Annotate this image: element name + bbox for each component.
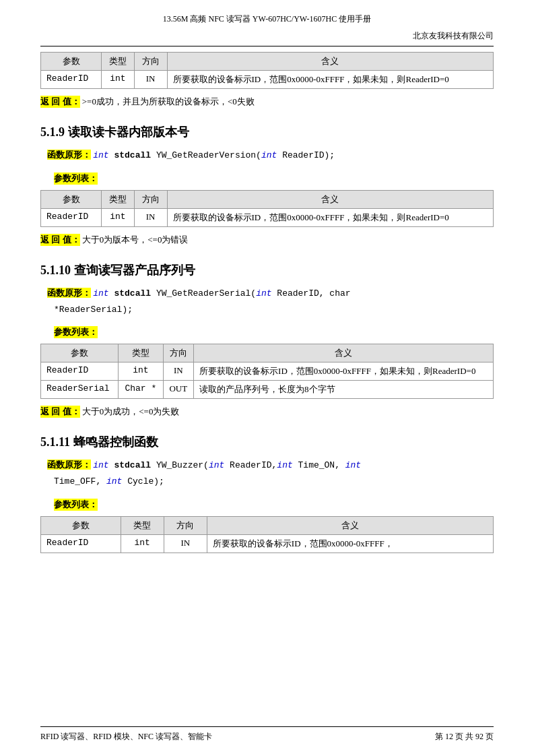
col-519-type: 类型 <box>102 190 135 208</box>
col-519-dir: 方向 <box>134 190 167 208</box>
section-title-519: 5.1.9 读取读卡器内部版本号 <box>40 124 494 140</box>
cell-type: int <box>102 71 135 89</box>
func-prototype-5110: 函数原形： int stdcall YW_GetReaderSerial(int… <box>47 286 494 301</box>
table-row: ReaderID int IN 所要获取的设备标示ID，范围0x0000-0xF… <box>41 71 494 89</box>
col-header-meaning: 含义 <box>167 53 494 71</box>
cell-dir: IN <box>134 208 167 226</box>
col-5111-param: 参数 <box>41 516 121 534</box>
col-5110-meaning: 含义 <box>194 344 494 363</box>
col-5111-dir: 方向 <box>164 516 207 534</box>
cell-dir: IN <box>164 534 207 553</box>
page-footer: RFID 读写器、RFID 模块、NFC 读写器、智能卡 第 12 页 共 92… <box>40 726 494 743</box>
col-519-param: 参数 <box>41 190 102 208</box>
col-header-type: 类型 <box>102 53 135 71</box>
page-header: 13.56M 高频 NFC 读写器 YW-607HC/YW-1607HC 使用手… <box>40 13 494 28</box>
cell-dir: IN <box>163 363 194 381</box>
col-5111-meaning: 含义 <box>207 516 493 534</box>
col-5110-param: 参数 <box>41 344 119 363</box>
footer-right: 第 12 页 共 92 页 <box>435 731 494 743</box>
return-5110: 返 回 值： 大于0为成功，<=0为失败 <box>40 402 494 422</box>
func-block-5110: 函数原形： int stdcall YW_GetReaderSerial(int… <box>40 286 494 317</box>
company-name: 北京友我科技有限公司 <box>40 30 494 42</box>
return-519: 返 回 值： 大于0为版本号，<=0为错误 <box>40 230 494 250</box>
header-title: 13.56M 高频 NFC 读写器 YW-607HC/YW-1607HC 使用手… <box>163 14 371 24</box>
cell-meaning: 所要获取的设备标示ID，范围0x0000-0xFFFF，如果未知，则Reader… <box>167 208 494 226</box>
params-label-519: 参数列表： <box>47 168 494 187</box>
func-prototype-519: 函数原形： int stdcall YW_GetReaderVersion(in… <box>47 148 494 163</box>
cell-meaning: 所要获取的设备标示ID，范围0x0000-0xFFFF， <box>207 534 493 553</box>
table-row: ReaderID int IN 所要获取的设备标示ID，范围0x0000-0xF… <box>41 534 494 553</box>
table-519: 参数 类型 方向 含义 ReaderID int IN 所要获取的设备标示ID，… <box>40 190 494 227</box>
return-value-top: 返 回 值： >=0成功，并且为所获取的设备标示，<0失败 <box>40 92 494 112</box>
cell-type: int <box>102 208 135 226</box>
cell-param: ReaderSerial <box>41 381 119 399</box>
func-prototype-5111-2: Time_OFF, int Cycle); <box>47 474 494 489</box>
col-5110-dir: 方向 <box>163 344 194 363</box>
func-block-5111: 函数原形： int stdcall YW_Buzzer(int ReaderID… <box>40 458 494 489</box>
cell-type: int <box>121 534 164 553</box>
cell-type: int <box>119 363 163 381</box>
params-label-5110: 参数列表： <box>47 322 494 341</box>
col-5111-type: 类型 <box>121 516 164 534</box>
cell-param: ReaderID <box>41 208 102 226</box>
cell-meaning: 读取的产品序列号，长度为8个字节 <box>194 381 494 399</box>
section-title-5110: 5.1.10 查询读写器产品序列号 <box>40 262 494 278</box>
cell-param: ReaderID <box>41 71 102 89</box>
table-row: ReaderSerial Char * OUT 读取的产品序列号，长度为8个字节 <box>41 381 494 399</box>
table-row: ReaderID int IN 所要获取的设备标示ID，范围0x0000-0xF… <box>41 363 494 381</box>
cell-param: ReaderID <box>41 534 121 553</box>
col-header-dir: 方向 <box>134 53 167 71</box>
cell-dir: IN <box>134 71 167 89</box>
func-prototype-5110-2: *ReaderSerial); <box>47 303 494 317</box>
col-5110-type: 类型 <box>119 344 163 363</box>
col-519-meaning: 含义 <box>167 190 494 208</box>
section-title-5111: 5.1.11 蜂鸣器控制函数 <box>40 434 494 450</box>
header-divider <box>40 46 494 46</box>
table-row: ReaderID int IN 所要获取的设备标示ID，范围0x0000-0xF… <box>41 208 494 226</box>
table-5111: 参数 类型 方向 含义 ReaderID int IN 所要获取的设备标示ID，… <box>40 516 494 553</box>
table-5110: 参数 类型 方向 含义 ReaderID int IN 所要获取的设备标示ID，… <box>40 344 494 399</box>
func-prototype-5111: 函数原形： int stdcall YW_Buzzer(int ReaderID… <box>47 458 494 473</box>
func-block-519: 函数原形： int stdcall YW_GetReaderVersion(in… <box>40 148 494 163</box>
col-header-param: 参数 <box>41 53 102 71</box>
page: 13.56M 高频 NFC 读写器 YW-607HC/YW-1607HC 使用手… <box>0 0 534 756</box>
footer-left: RFID 读写器、RFID 模块、NFC 读写器、智能卡 <box>40 731 212 743</box>
params-label-5111: 参数列表： <box>47 495 494 513</box>
cell-dir: OUT <box>163 381 194 399</box>
cell-meaning: 所要获取的设备标示ID，范围0x0000-0xFFFF，如果未知，则Reader… <box>194 363 494 381</box>
cell-type: Char * <box>119 381 163 399</box>
cell-meaning: 所要获取的设备标示ID，范围0x0000-0xFFFF，如果未知，则Reader… <box>167 71 494 89</box>
cell-param: ReaderID <box>41 363 119 381</box>
top-table: 参数 类型 方向 含义 ReaderID int IN 所要获取的设备标示ID，… <box>40 52 494 89</box>
